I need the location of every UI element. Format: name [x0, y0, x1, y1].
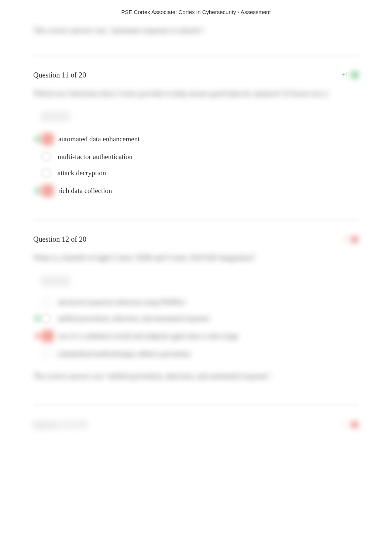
divider	[33, 55, 359, 56]
option-markers	[35, 152, 53, 162]
score-badge: -1	[343, 421, 359, 429]
score-badge: +1	[341, 71, 359, 79]
unselected-marker-icon	[41, 297, 51, 307]
option-text: attack decryption	[58, 169, 106, 177]
option-markers	[35, 133, 54, 145]
selected-marker-icon	[41, 185, 54, 197]
option-text: standardized methodologies address preve…	[58, 350, 190, 358]
correct-marker-icon	[35, 188, 41, 194]
correct-marker-icon	[35, 136, 41, 142]
option-row: standardized methodologies address preve…	[33, 349, 359, 359]
option-markers	[35, 330, 54, 342]
correct-marker-icon	[35, 316, 41, 321]
question-12: Question 12 of 20 -1 What is a benefit o…	[33, 235, 359, 382]
question-13: Question 13 of 20 -1	[33, 420, 359, 429]
option-text: multi-factor authentication	[58, 153, 133, 161]
option-text: advanced expansion detection using WildF…	[58, 298, 185, 306]
option-row: advanced expansion detection using WildF…	[33, 297, 359, 307]
unselected-marker-icon	[41, 314, 51, 323]
unselected-marker-icon	[41, 168, 51, 178]
option-text: automated data enhancement	[58, 135, 140, 143]
option-row: multi-factor authentication	[33, 152, 359, 162]
option-markers	[35, 297, 53, 307]
selected-marker-icon	[41, 330, 54, 342]
content-area: The correct answer was "automate respons…	[0, 25, 392, 429]
question-header: Question 12 of 20 -1	[33, 235, 359, 244]
question-prompt: What is a benefit of tight Cortex XDR an…	[33, 251, 359, 265]
option-markers	[35, 349, 53, 359]
feedback-text: The correct answer was "unified preventi…	[33, 370, 359, 382]
incorrect-marker-icon	[35, 333, 41, 339]
question-number: Question 13 of 20	[33, 420, 86, 429]
option-row: attack decryption	[33, 168, 359, 178]
question-number: Question 12 of 20	[33, 235, 86, 244]
status-dot-incorrect	[351, 235, 359, 244]
option-row: rich data collection	[33, 185, 359, 197]
option-text: unified prevention, detection, and autom…	[58, 314, 209, 323]
score-value: -1	[343, 235, 348, 243]
option-markers	[35, 185, 54, 197]
page-title: PSE Cortex Associate: Cortex in Cybersec…	[0, 0, 392, 20]
option-markers	[35, 168, 53, 178]
score-badge: -1	[343, 235, 359, 244]
option-row: unified prevention, detection, and autom…	[33, 314, 359, 323]
question-header: Question 13 of 20 -1	[33, 420, 359, 429]
option-markers	[35, 314, 53, 323]
option-text: use of a combined overall and endpoint a…	[58, 332, 238, 340]
question-prompt: Which two functions does Cortex provide …	[33, 87, 359, 101]
selected-marker-icon	[41, 133, 54, 145]
question-number: Question 11 of 20	[33, 71, 86, 79]
option-row: automated data enhancement	[33, 133, 359, 145]
divider	[33, 404, 359, 406]
divider	[33, 219, 359, 220]
score-value: +1	[341, 71, 348, 79]
unselected-marker-icon	[41, 152, 51, 162]
question-11: Question 11 of 20 +1 Which two functions…	[33, 71, 359, 197]
clear-button-placeholder	[41, 111, 70, 122]
score-value: -1	[343, 421, 348, 428]
clear-button-placeholder	[41, 276, 70, 286]
question-header: Question 11 of 20 +1	[33, 71, 359, 79]
option-text: rich data collection	[58, 187, 112, 195]
unselected-marker-icon	[41, 349, 51, 359]
option-row: use of a combined overall and endpoint a…	[33, 330, 359, 342]
previous-feedback: The correct answer was "automate respons…	[33, 25, 359, 37]
status-dot-correct	[351, 71, 359, 79]
status-dot-incorrect	[351, 421, 359, 429]
